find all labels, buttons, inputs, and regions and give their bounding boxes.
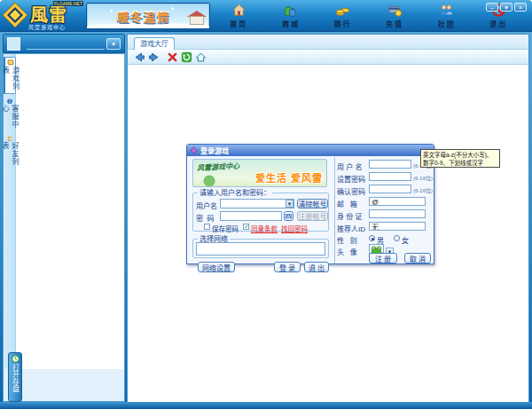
game-list-icon: [7, 59, 14, 66]
exit-button[interactable]: 退 出: [304, 262, 329, 272]
skin-button[interactable]: ▾: [500, 3, 512, 12]
sidebar-tab-support[interactable]: 客服中心: [4, 97, 16, 130]
save-password-label: 保存密码: [212, 224, 239, 233]
toolbar-button-bank[interactable]: 银行: [317, 2, 369, 31]
sidebar: ▾ 游戏列表 客服中心: [3, 34, 125, 402]
soft-keyboard-button[interactable]: [284, 211, 293, 221]
password-label: 密 码: [196, 213, 214, 223]
reg-password-input[interactable]: [369, 172, 411, 181]
lobby-tab-strip: 游戏大厅: [128, 35, 528, 50]
support-icon: [6, 98, 13, 104]
sidebar-header: ▾: [3, 34, 125, 53]
reg-password-label: 设置密码: [337, 174, 365, 184]
agree-terms-checkbox[interactable]: ✓: [243, 224, 249, 230]
reg-referrer-label: 推荐人ID: [337, 224, 365, 233]
sidebar-tab-friends[interactable]: 好友列表: [4, 134, 16, 168]
open-game-vertical-button[interactable]: 打开存盘: [8, 352, 22, 402]
brand-subtitle: 风雷游戏中心: [28, 23, 66, 31]
agree-terms-link[interactable]: 同意条款: [251, 224, 278, 233]
network-group: 选择网络: [192, 239, 329, 258]
toolbar-button-mall[interactable]: 商城: [265, 2, 317, 31]
toolbar-label: 首页: [230, 19, 247, 28]
reg-confirm-hint: (6-16位): [413, 186, 433, 194]
dialog-title: 登录游戏: [200, 146, 229, 155]
tooltip-line1: 英文字母a-z(不分大小写)、: [423, 151, 497, 159]
reg-username-label: 用 户 名: [337, 161, 362, 171]
friends-icon: [6, 136, 13, 141]
toolbar-label: 社团: [438, 19, 456, 28]
network-settings-button[interactable]: 网络设置: [198, 262, 235, 272]
dialog-banner-slogan: 爱生活 爱风雷: [255, 170, 323, 185]
window-controls: – ▾ ×: [486, 3, 527, 12]
reg-idcard-label: 身 份 证: [337, 211, 362, 221]
promo-banner-text: 暖冬温情: [117, 8, 170, 25]
username-label: 用户名: [196, 201, 217, 210]
toolbar-button-community[interactable]: 社团: [420, 2, 473, 31]
toolbar-label: 商城: [282, 19, 300, 28]
stop-icon[interactable]: [167, 51, 178, 63]
credentials-group-label: 请输入用户名和密码：: [198, 189, 272, 197]
tooltip-line2: 数字0-9、下划线或汉字: [423, 159, 497, 167]
sidebar-tab-label: 客服中心: [0, 105, 20, 130]
gender-label: 性 别: [337, 235, 357, 245]
minimize-button[interactable]: –: [486, 3, 498, 12]
cancel-button[interactable]: 取 消: [404, 253, 431, 263]
reg-email-input[interactable]: [369, 197, 426, 206]
username-dropdown-icon[interactable]: ▼: [286, 200, 293, 208]
sidebar-tab-game-list[interactable]: 游戏列表: [4, 57, 16, 94]
toolbar-label: 银行: [333, 19, 351, 28]
reg-idcard-input[interactable]: [369, 209, 426, 218]
logo-diamond-icon: [2, 2, 28, 28]
close-button[interactable]: ×: [514, 3, 527, 12]
login-button[interactable]: 登 录: [274, 262, 301, 272]
tab-game-lobby[interactable]: 游戏大厅: [134, 37, 175, 50]
username-combo-input[interactable]: [220, 199, 294, 208]
reg-confirm-input[interactable]: [369, 185, 411, 193]
login-panel: 风雷游戏中心 爱生活 爱风雷 请输入用户名和密码： 用户名 ▼ 清除帐号 密 码…: [191, 157, 331, 263]
clear-account-button[interactable]: 清除帐号: [297, 199, 328, 208]
browser-nav-bar: [128, 50, 528, 65]
refresh-icon[interactable]: [181, 51, 192, 63]
banner-house: [190, 16, 204, 25]
credentials-group: 请输入用户名和密码： 用户名 ▼ 清除帐号 密 码 注册帐号 保存密码 ✓ 同意…: [192, 193, 329, 232]
community-icon: [439, 3, 454, 18]
gender-female-radio[interactable]: [394, 235, 400, 241]
username-rules-tooltip: 英文字母a-z(不分大小写)、 数字0-9、下划线或汉字: [420, 149, 500, 168]
reg-referrer-input[interactable]: [369, 222, 426, 231]
save-password-checkbox[interactable]: [204, 224, 210, 230]
register-panel: 用 户 名 (6-16位) 设置密码 (6-16位) 确认密码 (6-16位) …: [334, 157, 432, 263]
home-icon: [231, 3, 246, 18]
open-game-label: 打开存盘: [11, 364, 20, 392]
main-toolbar: 首页 商城 银行 充值: [213, 2, 525, 31]
sidebar-collapse-button[interactable]: ▾: [106, 38, 121, 50]
reg-password-hint: (6-16位): [413, 174, 433, 182]
window-bottom-frame: [0, 402, 532, 409]
dialog-banner-script: 风雷游戏中心: [197, 161, 240, 172]
password-input[interactable]: [220, 211, 282, 221]
user-avatar-placeholder: [7, 37, 20, 51]
mall-icon: [283, 3, 298, 18]
title-bar: 風雷 FLGAME.NET 风雷游戏中心 暖冬温情 首页 商城: [0, 0, 532, 32]
toolbar-button-recharge[interactable]: 充值: [369, 2, 421, 31]
sidebar-footer: [4, 369, 124, 401]
toolbar-button-home[interactable]: 首页: [213, 2, 265, 31]
reg-confirm-label: 确认密码: [337, 186, 365, 196]
reg-username-input[interactable]: [369, 160, 411, 169]
find-password-link[interactable]: 找回密码: [281, 224, 308, 233]
register-button[interactable]: 注 册: [369, 253, 397, 263]
sidebar-tab-label: 好友列表: [0, 142, 20, 168]
promo-banner[interactable]: 暖冬温情: [86, 3, 210, 29]
bank-icon: [335, 3, 350, 18]
soft-keyboard-icon: [286, 214, 292, 218]
avatar-label: 头 像: [337, 247, 357, 256]
brand-tag: FLGAME.NET: [53, 1, 83, 6]
forward-icon[interactable]: [148, 51, 160, 63]
app-logo: 風雷 FLGAME.NET 风雷游戏中心: [2, 0, 87, 32]
back-icon[interactable]: [134, 51, 145, 63]
nav-home-icon[interactable]: [195, 51, 207, 63]
gender-male-radio[interactable]: [369, 235, 375, 241]
network-listbox[interactable]: [196, 242, 325, 256]
dialog-title-bar[interactable]: 登录游戏: [187, 145, 434, 156]
toolbar-label: 充值: [386, 19, 403, 28]
register-account-button[interactable]: 注册帐号: [297, 211, 328, 221]
